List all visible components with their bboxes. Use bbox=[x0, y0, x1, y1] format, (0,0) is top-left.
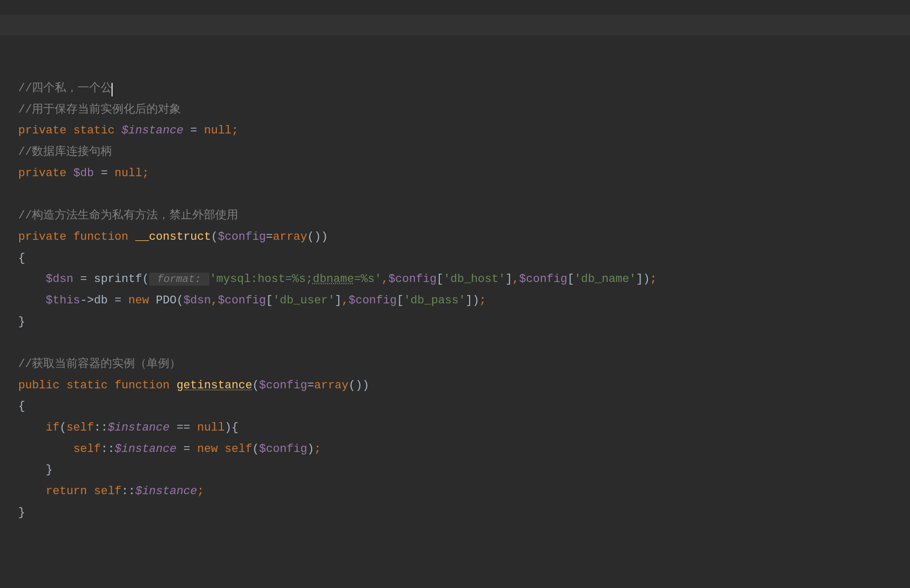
semicolon: ; bbox=[231, 124, 238, 137]
brace-open: { bbox=[231, 421, 238, 434]
operator: = bbox=[94, 167, 115, 180]
paren: ) bbox=[321, 230, 328, 243]
keyword-public: public bbox=[18, 379, 59, 392]
function-name: getinstance bbox=[177, 379, 252, 392]
parens: () bbox=[349, 379, 362, 392]
bracket: ] bbox=[465, 294, 472, 307]
paren: ( bbox=[252, 443, 259, 456]
paren: ( bbox=[211, 230, 218, 243]
function-name: __construct bbox=[135, 230, 211, 243]
bracket: [ bbox=[437, 273, 444, 286]
keyword-self: self bbox=[94, 485, 121, 498]
semicolon: ; bbox=[479, 294, 486, 307]
semicolon: ; bbox=[142, 167, 149, 180]
comment-line: //获取当前容器的实例（单例） bbox=[18, 358, 181, 371]
keyword-array: array bbox=[273, 230, 308, 243]
operator: = bbox=[177, 443, 198, 456]
comment-line: //用于保存当前实例化后的对象 bbox=[18, 103, 181, 116]
keyword-new: new bbox=[197, 443, 218, 456]
semicolon: ; bbox=[197, 485, 204, 498]
bracket: [ bbox=[397, 294, 403, 307]
variable: $instance bbox=[108, 421, 170, 434]
parameter: $config bbox=[218, 230, 266, 243]
string: =%s' bbox=[354, 273, 382, 286]
class-name: PDO bbox=[156, 294, 177, 307]
comma: , bbox=[211, 294, 218, 307]
paren: ( bbox=[252, 379, 259, 392]
brace-close: } bbox=[18, 506, 25, 519]
static-separator: :: bbox=[121, 485, 135, 498]
string: 'mysql:host=%s; bbox=[210, 273, 313, 286]
string-key: 'db_user' bbox=[273, 294, 335, 307]
operator: = bbox=[183, 124, 204, 137]
keyword-new: new bbox=[128, 294, 149, 307]
variable: $instance bbox=[115, 443, 177, 456]
variable: $config bbox=[388, 273, 436, 286]
brace-close: } bbox=[18, 315, 25, 328]
comma: , bbox=[512, 273, 519, 286]
text-cursor bbox=[112, 83, 113, 96]
keyword-null: null bbox=[115, 167, 142, 180]
semicolon: ; bbox=[650, 273, 657, 286]
string: dbname bbox=[313, 273, 354, 286]
keyword-static: static bbox=[66, 379, 107, 392]
brace-open: { bbox=[18, 252, 25, 265]
comment-line: //数据库连接句柄 bbox=[18, 145, 112, 158]
keyword-return: return bbox=[46, 485, 87, 498]
variable: $config bbox=[349, 294, 397, 307]
variable: $config bbox=[519, 273, 567, 286]
keyword-private: private bbox=[18, 167, 66, 180]
arrow-operator: -> bbox=[80, 294, 94, 307]
keyword-static: static bbox=[73, 124, 115, 137]
paren: ) bbox=[643, 273, 650, 286]
function-call: sprintf bbox=[94, 273, 142, 286]
keyword-null: null bbox=[197, 421, 225, 434]
variable: $dsn bbox=[46, 273, 73, 286]
code-content: //四个私，一个公 //用于保存当前实例化后的对象 private static… bbox=[18, 78, 892, 523]
paren: ( bbox=[142, 273, 149, 286]
code-editor[interactable]: //四个私，一个公 //用于保存当前实例化后的对象 private static… bbox=[0, 0, 910, 559]
paren: ) bbox=[308, 443, 314, 456]
parens: () bbox=[308, 230, 321, 243]
variable: $config bbox=[218, 294, 266, 307]
string-key: 'db_name' bbox=[574, 273, 636, 286]
paren: ( bbox=[59, 421, 66, 434]
variable: $instance bbox=[121, 124, 183, 137]
string-key: 'db_host' bbox=[444, 273, 506, 286]
comma: , bbox=[382, 273, 388, 286]
bracket: [ bbox=[567, 273, 574, 286]
bracket: ] bbox=[636, 273, 643, 286]
bracket: ] bbox=[506, 273, 512, 286]
semicolon: ; bbox=[314, 443, 321, 456]
keyword-private: private bbox=[18, 230, 66, 243]
static-separator: :: bbox=[101, 443, 114, 456]
keyword-self: self bbox=[66, 421, 94, 434]
property: db bbox=[94, 294, 107, 307]
operator: = bbox=[73, 273, 94, 286]
keyword-self: self bbox=[225, 443, 252, 456]
comma: , bbox=[342, 294, 349, 307]
variable-this: $this bbox=[46, 294, 80, 307]
keyword-private: private bbox=[18, 124, 66, 137]
string-key: 'db_pass' bbox=[403, 294, 465, 307]
comment-line: //构造方法生命为私有方法，禁止外部使用 bbox=[18, 209, 238, 222]
keyword-if: if bbox=[46, 421, 59, 434]
paren: ) bbox=[225, 421, 231, 434]
bracket: ] bbox=[335, 294, 341, 307]
variable: $instance bbox=[135, 485, 197, 498]
operator: == bbox=[169, 421, 197, 434]
keyword-function: function bbox=[73, 230, 129, 243]
keyword-array: array bbox=[314, 379, 349, 392]
parameter-hint: format: bbox=[149, 273, 210, 286]
brace-open: { bbox=[18, 400, 25, 413]
keyword-self: self bbox=[73, 443, 101, 456]
bracket: [ bbox=[266, 294, 273, 307]
comment-line: //四个私，一个公 bbox=[18, 82, 112, 95]
operator: = bbox=[266, 230, 273, 243]
paren: ) bbox=[362, 379, 369, 392]
keyword-null: null bbox=[204, 124, 231, 137]
variable: $dsn bbox=[183, 294, 211, 307]
current-line-highlight bbox=[0, 15, 910, 35]
variable: $config bbox=[259, 443, 307, 456]
operator: = bbox=[308, 379, 314, 392]
